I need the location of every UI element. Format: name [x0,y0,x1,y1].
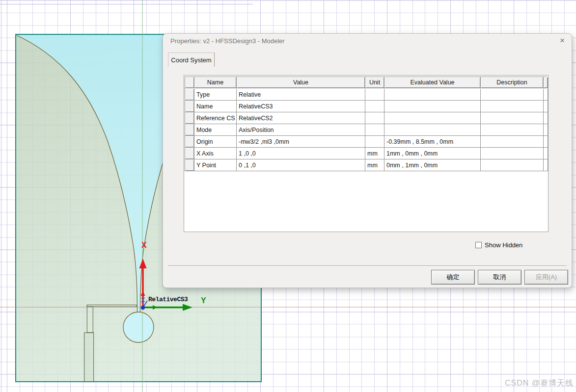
cell-evaluated [384,89,481,101]
cell-name: Mode [194,124,237,136]
column-header-value: Value [237,77,365,88]
dialog-title: Properties: v2 - HFSSDesign3 - Modeler [170,37,285,45]
cell-unit[interactable] [365,112,384,124]
column-header-description: Description [481,77,544,88]
cell-name: Origin [194,136,237,148]
background-edge-line [0,4,253,4]
y-axis-label: Y [201,296,206,305]
cell-evaluated [384,124,481,136]
row-selector[interactable] [185,112,194,124]
feed-section-wide [84,333,94,382]
cell-spacer [544,159,548,171]
cell-evaluated: 0mm , 1mm , 0mm [384,159,481,171]
cell-name: X Axis [194,148,237,159]
cs-origin-dot [141,306,145,310]
cell-unit[interactable] [365,89,384,101]
cell-value[interactable]: Axis/Position [237,124,365,136]
cell-name: Name [194,101,237,112]
apply-button[interactable]: 应用(A) [524,270,568,285]
column-header-name: Name [194,77,237,88]
show-hidden-checkbox[interactable] [475,242,482,248]
tab-coord-system[interactable]: Coord System [168,52,215,67]
cell-name: Reference CS [194,112,237,124]
taper-curve-left [17,35,137,312]
cell-unit[interactable] [365,124,384,136]
cell-description [481,101,544,112]
x-axis-label: X [141,241,147,250]
cell-name: Type [194,89,237,101]
cell-spacer [544,136,548,148]
cell-evaluated: -0.39mm , 8.5mm , 0mm [384,136,481,148]
cell-evaluated [384,101,481,112]
row-selector[interactable] [185,89,194,101]
cell-value[interactable]: RelativeCS2 [237,112,365,124]
properties-panel: Name Value Unit Evaluated Value Descript… [184,75,549,232]
cell-value[interactable]: Relative [237,89,365,101]
feed-stub-narrow [87,307,93,333]
cell-unit[interactable] [365,136,384,148]
z-axis-label: Z [140,296,145,304]
cell-unit[interactable]: mm [365,159,384,171]
cell-description [481,89,544,101]
cell-value[interactable]: RelativeCS3 [237,101,365,112]
cell-spacer [544,124,548,136]
y-axis-mid-arrowhead [153,305,157,310]
button-separator [168,265,567,266]
cell-value[interactable]: 0 ,1 ,0 [237,159,365,171]
cell-spacer [544,89,548,101]
show-hidden-checkbox-row: Show Hidden [475,241,522,249]
row-selector[interactable] [185,124,194,136]
cell-evaluated: 1mm , 0mm , 0mm [384,148,481,159]
cell-value[interactable]: -mw3/2 ,ml3 ,0mm [237,136,365,148]
row-selector[interactable] [185,159,194,171]
cell-unit[interactable] [365,101,384,112]
column-header-unit: Unit [365,77,384,88]
row-selector[interactable] [185,101,194,112]
cell-name: Y Point [194,159,237,171]
properties-table: Name Value Unit Evaluated Value Descript… [185,77,547,171]
y-axis-arrowhead [183,304,192,311]
row-selector[interactable] [185,136,194,148]
corner-header-cell [185,77,194,88]
feed-trace-horizontal [87,305,137,307]
cell-description [481,124,544,136]
cell-spacer [544,148,548,159]
cell-description [481,159,544,171]
slot-cavity-circle [123,312,154,342]
cancel-button[interactable]: 取消 [478,270,521,285]
watermark: CSDN @赛博天线 [505,378,574,389]
tab-label: Coord System [171,56,211,64]
ok-button[interactable]: 确定 [431,270,475,285]
x-axis-mid-arrowhead [141,291,145,296]
x-axis-arrowhead [139,259,147,268]
cell-description [481,148,544,159]
cell-description [481,136,544,148]
row-selector[interactable] [185,148,194,159]
coordinate-system-name-label: RelativeCS3 [148,296,188,303]
properties-dialog: Properties: v2 - HFSSDesign3 - Modeler ×… [163,33,572,288]
cell-value[interactable]: 1 ,0 ,0 [237,148,365,159]
column-header-evaluated-value: Evaluated Value [384,77,481,88]
cell-spacer [544,112,548,124]
show-hidden-label: Show Hidden [485,241,522,249]
cell-evaluated [384,112,481,124]
column-header-spacer [544,77,548,88]
cell-spacer [544,101,548,112]
z-axis-tick [143,301,147,308]
cell-unit[interactable]: mm [365,148,384,159]
close-icon[interactable]: × [560,36,565,45]
cell-description [481,112,544,124]
